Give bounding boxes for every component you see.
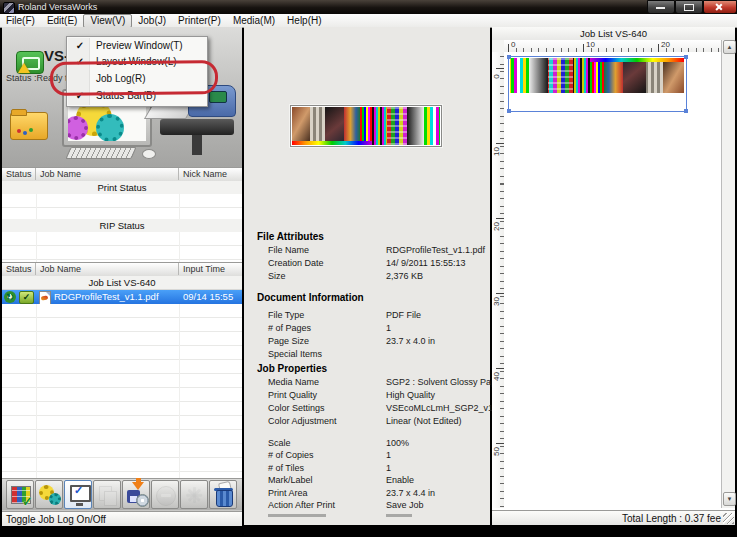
property-row: File TypePDF File <box>244 310 490 322</box>
group-job-list: Job List VS-640 <box>2 276 242 290</box>
job-toolbar <box>2 478 242 510</box>
scroll-up-icon[interactable]: ▲ <box>723 40 736 54</box>
property-row: Page Size23.7 x 4.0 in <box>244 336 490 348</box>
column-status[interactable]: Status <box>2 168 36 180</box>
ruler-number: 10 <box>492 146 501 158</box>
menu-view[interactable]: View(V) <box>83 14 132 28</box>
ruler-number: 30 <box>492 296 501 308</box>
check-icon: ✓ <box>74 54 86 70</box>
remove-job-button[interactable] <box>151 480 179 509</box>
app-icon <box>3 2 15 14</box>
input-folder-icon <box>10 112 48 140</box>
menu-item-layout-window[interactable]: ✓ Layout Window(L) <box>68 54 205 70</box>
minimize-button[interactable] <box>647 0 675 14</box>
gears-icon <box>36 481 62 508</box>
property-row: # of Copies1 <box>244 450 490 462</box>
ruler-number: 50 <box>492 446 501 458</box>
color-grid-check-icon <box>11 486 31 504</box>
property-row: Color SettingsVSEcoMLcLmH_SGP2_v1440x... <box>244 403 490 415</box>
property-row: Print Area23.7 x 4.4 in <box>244 488 490 500</box>
properties-pane: File Attributes File NameRDGProfileTest_… <box>244 27 490 525</box>
menu-bar: File(F) Edit(E) View(V) Job(J) Printer(P… <box>0 14 737 28</box>
group-print-status: Print Status <box>2 181 242 195</box>
clipped-row-fragment <box>268 514 326 517</box>
scroll-down-icon[interactable]: ▼ <box>723 492 736 506</box>
column-status[interactable]: Status <box>2 263 36 275</box>
layout-pane: Job List VS-640 0 10 20 0 10 20 30 40 50… <box>492 27 735 525</box>
menu-printer[interactable]: Printer(P) <box>172 14 227 27</box>
delete-job-button[interactable] <box>209 480 237 509</box>
save-disk-icon <box>123 481 149 508</box>
right-status-bar: Total Length : 0.37 fee <box>492 510 735 525</box>
pdf-file-icon <box>39 291 51 305</box>
duplicate-job-button[interactable] <box>93 480 121 509</box>
test-chart-thumbnail <box>292 107 440 145</box>
rip-status-rows[interactable] <box>2 232 242 262</box>
monitor-check-icon <box>70 485 91 502</box>
menu-item-job-log[interactable]: Job Log(R) <box>68 71 205 87</box>
trash-icon <box>210 481 236 508</box>
property-row: Special Items <box>244 349 490 361</box>
property-row: Mark/LabelEnable <box>244 475 490 487</box>
warning-icon <box>18 63 30 73</box>
property-row: Action After PrintSave Job <box>244 500 490 512</box>
vertical-scrollbar[interactable]: ▲ ▼ <box>721 40 735 508</box>
property-row: # of Tiles1 <box>244 463 490 475</box>
test-chart-layout <box>510 58 684 93</box>
job-row-selected[interactable]: ↻ ✓ RDGProfileTest_v1.1.pdf 09/14 15:55 <box>2 290 242 304</box>
menu-help[interactable]: Help(H) <box>281 14 327 27</box>
resize-grip[interactable] <box>723 513 734 524</box>
property-row: Media NameSGP2 : Solvent Glossy Paper (E… <box>244 377 490 389</box>
window-title: Roland VersaWorks <box>18 2 97 12</box>
left-status-bar: Toggle Job Log On/Off <box>2 511 242 526</box>
close-button[interactable] <box>703 0 737 14</box>
job-preview-thumbnail[interactable] <box>290 105 442 147</box>
property-row: File NameRDGProfileTest_v1.1.pdf <box>244 245 490 257</box>
job-list-rows[interactable] <box>2 304 242 479</box>
title-bar: Roland VersaWorks <box>0 0 737 14</box>
ruler-number: 0 <box>511 40 515 49</box>
selected-job-object[interactable] <box>508 56 687 112</box>
rip-job-button[interactable] <box>180 480 208 509</box>
toggle-job-log-button[interactable] <box>64 480 92 509</box>
property-row: Scale100% <box>244 438 490 450</box>
menu-item-status-bar[interactable]: ✓ Status Bar(B) <box>68 88 205 104</box>
column-job-name[interactable]: Job Name <box>36 263 179 275</box>
section-job-properties: Job Properties <box>257 363 327 374</box>
column-nick-name[interactable]: Nick Name <box>179 168 242 180</box>
clipped-row-fragment <box>386 514 412 517</box>
folder-check-status-icon: ✓ <box>19 291 34 304</box>
job-settings-button[interactable] <box>6 480 34 509</box>
section-document-information: Document Information <box>257 292 364 303</box>
maximize-button[interactable] <box>675 0 703 14</box>
menu-media[interactable]: Media(M) <box>227 14 281 27</box>
ruler-number: 0 <box>492 71 501 83</box>
job-name: RDGProfileTest_v1.1.pdf <box>54 290 159 304</box>
print-status-rows[interactable] <box>2 194 242 219</box>
property-row: Color AdjustmentLinear (Not Edited) <box>244 416 490 428</box>
ruler-number: 40 <box>492 371 501 383</box>
layout-title: Job List VS-640 <box>492 27 735 41</box>
layout-canvas[interactable] <box>504 52 721 508</box>
print-rip-status-table: Status Job Name Nick Name Print Status R… <box>2 167 242 263</box>
column-input-time[interactable]: Input Time <box>179 263 242 275</box>
copy-icon <box>99 486 112 501</box>
menu-job[interactable]: Job(J) <box>132 14 172 27</box>
property-row: Size2,376 KB <box>244 271 490 283</box>
rip-settings-button[interactable] <box>35 480 63 509</box>
menu-edit[interactable]: Edit(E) <box>41 14 84 27</box>
property-row: Print QualityHigh Quality <box>244 390 490 402</box>
table-header: Status Job Name Nick Name <box>2 168 242 182</box>
property-row: Creation Date14/ 9/2011 15:55:13 <box>244 258 490 270</box>
job-input-time: 09/14 15:55 <box>183 290 233 304</box>
job-list-table: Status Job Name Input Time Job List VS-6… <box>2 262 242 479</box>
ruler-number: 10 <box>586 40 595 49</box>
ruler-number: 20 <box>661 40 670 49</box>
menu-item-preview-window[interactable]: ✓ Preview Window(T) <box>68 38 205 54</box>
section-file-attributes: File Attributes <box>257 231 324 242</box>
check-icon: ✓ <box>74 38 86 54</box>
minus-circle-icon <box>156 486 176 506</box>
save-job-button[interactable] <box>122 480 150 509</box>
menu-file[interactable]: File(F) <box>0 14 41 27</box>
column-job-name[interactable]: Job Name <box>36 168 179 180</box>
